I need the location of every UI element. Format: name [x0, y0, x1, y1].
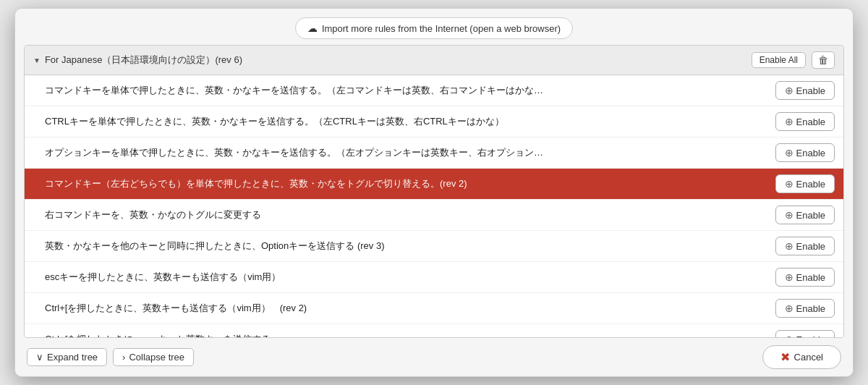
section-title-text: For Japanese（日本語環境向けの設定）(rev 6): [45, 54, 242, 67]
plus-icon: ⊕: [785, 334, 793, 337]
section-header: ▼ For Japanese（日本語環境向けの設定）(rev 6) Enable…: [25, 46, 843, 75]
collapse-icon: ›: [122, 352, 125, 363]
collapse-tree-button[interactable]: › Collapse tree: [113, 348, 194, 366]
enable-button[interactable]: ⊕Enable: [775, 112, 835, 131]
enable-label: Enable: [796, 148, 825, 158]
enable-button[interactable]: ⊕Enable: [775, 81, 835, 100]
rule-text: Ctrl+[を押したときに、escキーと英数キーを送信する: [45, 333, 775, 337]
import-button-label: Import more rules from the Internet (ope…: [322, 23, 561, 34]
triangle-icon: ▼: [33, 56, 41, 64]
enable-label: Enable: [796, 179, 825, 190]
table-row[interactable]: 英数・かなキーを他のキーと同時に押したときに、Optionキーを送信する (re…: [25, 231, 843, 262]
enable-button[interactable]: ⊕Enable: [775, 299, 835, 318]
enable-button[interactable]: ⊕Enable: [775, 143, 835, 162]
cancel-label: Cancel: [794, 352, 823, 363]
enable-button[interactable]: ⊕Enable: [775, 268, 835, 287]
enable-label: Enable: [796, 241, 825, 252]
plus-icon: ⊕: [785, 116, 793, 127]
main-dialog: ☁ Import more rules from the Internet (o…: [14, 8, 854, 377]
table-row[interactable]: CTRLキーを単体で押したときに、英数・かなキーを送信する。（左CTRLキーは英…: [25, 106, 843, 138]
table-row[interactable]: 右コマンドキーを、英数・かなのトグルに変更する⊕Enable: [25, 200, 843, 231]
trash-button[interactable]: 🗑: [812, 51, 835, 69]
plus-icon: ⊕: [785, 85, 793, 96]
rule-text: 右コマンドキーを、英数・かなのトグルに変更する: [45, 208, 775, 221]
enable-label: Enable: [796, 117, 825, 127]
top-bar: ☁ Import more rules from the Internet (o…: [15, 9, 853, 45]
rule-text: コマンドキー（左右どちらでも）を単体で押したときに、英数・かなをトグルで切り替え…: [45, 177, 775, 190]
expand-icon: ∨: [36, 352, 43, 363]
expand-tree-button[interactable]: ∨ Expand tree: [27, 348, 107, 366]
trash-icon: 🗑: [818, 54, 828, 66]
enable-all-button[interactable]: Enable All: [752, 52, 806, 68]
enable-button[interactable]: ⊕Enable: [775, 206, 835, 224]
plus-icon: ⊕: [785, 302, 793, 314]
table-row[interactable]: オプションキーを単体で押したときに、英数・かなキーを送信する。（左オプションキー…: [25, 138, 843, 169]
import-button[interactable]: ☁ Import more rules from the Internet (o…: [295, 17, 573, 39]
enable-button[interactable]: ⊕Enable: [775, 330, 835, 337]
plus-icon: ⊕: [785, 178, 793, 190]
bottom-left-buttons: ∨ Expand tree › Collapse tree: [27, 348, 194, 366]
cloud-icon: ☁: [307, 22, 318, 34]
plus-icon: ⊕: [785, 240, 793, 252]
table-row[interactable]: escキーを押したときに、英数キーも送信する（vim用）⊕Enable: [25, 262, 843, 293]
rule-text: コマンドキーを単体で押したときに、英数・かなキーを送信する。（左コマンドキーは英…: [45, 84, 775, 97]
enable-label: Enable: [796, 85, 825, 96]
rules-list[interactable]: コマンドキーを単体で押したときに、英数・かなキーを送信する。（左コマンドキーは英…: [25, 75, 843, 337]
rule-text: CTRLキーを単体で押したときに、英数・かなキーを送信する。（左CTRLキーは英…: [45, 115, 775, 128]
plus-icon: ⊕: [785, 147, 793, 158]
section-header-right: Enable All 🗑: [752, 51, 835, 69]
table-row[interactable]: Ctrl+[を押したときに、英数キーも送信する（vim用） (rev 2)⊕En…: [25, 293, 843, 324]
cancel-button[interactable]: ✖ Cancel: [762, 345, 841, 369]
rule-text: 英数・かなキーを他のキーと同時に押したときに、Optionキーを送信する (re…: [45, 240, 775, 253]
plus-icon: ⊕: [785, 271, 793, 283]
expand-tree-label: Expand tree: [47, 352, 98, 363]
table-row[interactable]: コマンドキーを単体で押したときに、英数・かなキーを送信する。（左コマンドキーは英…: [25, 75, 843, 106]
enable-button[interactable]: ⊕Enable: [775, 237, 835, 255]
content-area: ▼ For Japanese（日本語環境向けの設定）(rev 6) Enable…: [24, 45, 844, 338]
rule-text: escキーを押したときに、英数キーも送信する（vim用）: [45, 271, 775, 284]
rule-text: オプションキーを単体で押したときに、英数・かなキーを送信する。（左オプションキー…: [45, 146, 775, 159]
table-row[interactable]: コマンドキー（左右どちらでも）を単体で押したときに、英数・かなをトグルで切り替え…: [25, 169, 843, 200]
collapse-tree-label: Collapse tree: [129, 352, 184, 363]
bottom-bar: ∨ Expand tree › Collapse tree ✖ Cancel: [15, 338, 853, 376]
enable-label: Enable: [796, 334, 825, 338]
enable-button[interactable]: ⊕Enable: [775, 174, 835, 193]
table-row[interactable]: Ctrl+[を押したときに、escキーと英数キーを送信する⊕Enable: [25, 324, 843, 337]
enable-label: Enable: [796, 303, 825, 314]
cancel-icon: ✖: [780, 350, 790, 364]
rule-text: Ctrl+[を押したときに、英数キーも送信する（vim用） (rev 2): [45, 302, 775, 315]
enable-label: Enable: [796, 210, 825, 221]
enable-label: Enable: [796, 272, 825, 283]
section-title: ▼ For Japanese（日本語環境向けの設定）(rev 6): [33, 54, 242, 67]
plus-icon: ⊕: [785, 209, 793, 221]
